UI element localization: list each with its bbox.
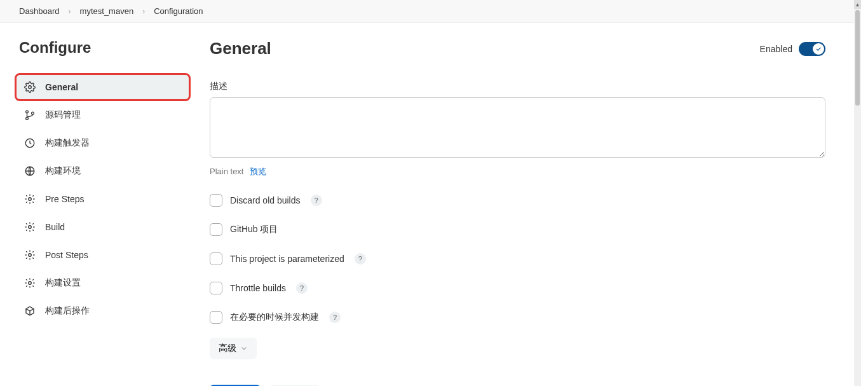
globe-icon (24, 165, 36, 177)
svg-point-3 (32, 112, 34, 114)
help-icon[interactable]: ? (311, 195, 322, 206)
svg-point-6 (29, 198, 32, 201)
clock-icon (24, 137, 36, 149)
chevron-right-icon: › (142, 7, 145, 16)
throttle-builds-checkbox[interactable] (210, 282, 222, 294)
sidebar-item-label: 构建触发器 (45, 137, 90, 149)
branch-icon (24, 109, 36, 121)
sidebar-item-buildsettings[interactable]: 构建设置 (16, 270, 189, 296)
breadcrumb-item[interactable]: mytest_maven (80, 6, 134, 16)
sidebar-item-poststeps[interactable]: Post Steps (16, 242, 189, 268)
sidebar-item-label: Pre Steps (45, 194, 84, 204)
page-scrollbar[interactable]: ▲ (854, 0, 861, 386)
gear-icon (24, 249, 36, 261)
discard-old-builds-checkbox[interactable] (210, 194, 222, 207)
chevron-down-icon (240, 345, 248, 352)
checkbox-label: 在必要的时候并发构建 (230, 312, 319, 323)
sidebar-item-triggers[interactable]: 构建触发器 (16, 130, 189, 156)
sidebar-title: Configure (16, 39, 189, 57)
sidebar-item-label: 源码管理 (45, 109, 81, 121)
package-icon (24, 305, 36, 317)
sidebar-item-general[interactable]: General (16, 74, 189, 100)
parameterized-checkbox[interactable] (210, 252, 222, 265)
checkbox-label: Throttle builds (230, 283, 286, 293)
svg-point-7 (29, 226, 32, 229)
scrollbar-thumb[interactable] (855, 10, 860, 106)
svg-point-0 (29, 86, 32, 89)
gear-icon (24, 193, 36, 205)
help-icon[interactable]: ? (355, 253, 366, 265)
section-title: General (210, 39, 271, 59)
github-project-checkbox[interactable] (210, 223, 222, 236)
gear-icon (24, 221, 36, 233)
form-area: General Enabled 描述 Plain text 预览 (197, 23, 854, 386)
svg-point-9 (29, 282, 32, 285)
enabled-label: Enabled (760, 44, 792, 54)
sidebar-item-environment[interactable]: 构建环境 (16, 158, 189, 184)
svg-point-1 (26, 111, 29, 113)
sidebar-item-postbuild[interactable]: 构建后操作 (16, 298, 189, 324)
breadcrumb-item[interactable]: Dashboard (19, 6, 60, 16)
description-label: 描述 (210, 81, 825, 92)
sidebar-item-label: 构建环境 (45, 165, 81, 177)
sidebar-item-build[interactable]: Build (16, 214, 189, 240)
sidebar-item-scm[interactable]: 源码管理 (16, 102, 189, 128)
svg-point-2 (26, 117, 29, 120)
sidebar-item-label: 构建后操作 (45, 305, 90, 317)
sidebar-item-label: Post Steps (45, 250, 88, 260)
sidebar-item-label: Build (45, 222, 65, 232)
help-icon[interactable]: ? (296, 282, 308, 294)
description-input[interactable] (210, 97, 825, 158)
chevron-right-icon: › (69, 7, 71, 16)
advanced-label: 高级 (219, 343, 236, 354)
advanced-button[interactable]: 高级 (210, 338, 257, 359)
gear-icon (24, 277, 36, 289)
concurrent-builds-checkbox[interactable] (210, 311, 222, 324)
enabled-toggle[interactable] (799, 42, 825, 56)
checkbox-label: GitHub 项目 (230, 224, 278, 235)
svg-point-8 (29, 254, 32, 257)
scroll-up-arrow-icon[interactable]: ▲ (854, 0, 861, 9)
sidebar-item-label: General (45, 82, 78, 92)
check-icon (813, 43, 824, 55)
help-icon[interactable]: ? (329, 312, 341, 323)
sidebar-item-label: 构建设置 (45, 277, 81, 289)
checkbox-label: Discard old builds (230, 195, 301, 205)
checkbox-label: This project is parameterized (230, 254, 344, 264)
preview-link[interactable]: 预览 (250, 167, 266, 176)
gear-icon (24, 81, 36, 93)
sidebar-item-presteps[interactable]: Pre Steps (16, 186, 189, 212)
sidebar: Configure General 源码管理 (0, 23, 197, 386)
breadcrumb-item[interactable]: Configuration (154, 6, 203, 16)
plain-text-label: Plain text (210, 167, 243, 176)
breadcrumb: Dashboard › mytest_maven › Configuration (0, 0, 854, 23)
